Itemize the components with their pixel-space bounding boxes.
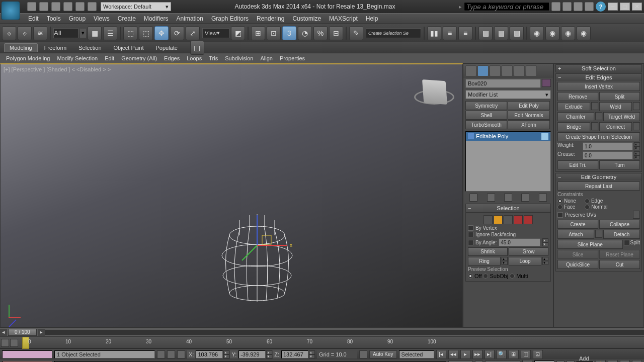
panel-poly-modeling[interactable]: Polygon Modeling [3, 55, 53, 62]
by-vertex-checkbox[interactable] [468, 225, 473, 231]
stack-expand-icon[interactable] [468, 133, 474, 139]
render-icon[interactable]: ◉ [561, 26, 575, 40]
select-name-icon[interactable]: ☰ [103, 26, 117, 40]
slider-prev-icon[interactable]: ◂ [0, 329, 7, 336]
render-setup-icon[interactable]: ◉ [530, 26, 544, 40]
tab-selection[interactable]: Selection [73, 43, 107, 52]
use-center-icon[interactable]: ◩ [231, 26, 245, 40]
modify-tab-icon[interactable] [477, 65, 489, 76]
preset-turbosmooth-button[interactable]: TurboSmooth [465, 120, 507, 129]
panel-modify-selection[interactable]: Modify Selection [54, 55, 101, 62]
bind-space-icon[interactable]: ≋ [33, 26, 47, 40]
menu-create[interactable]: Create [114, 14, 140, 24]
auto-key-button[interactable]: Auto Key [369, 350, 397, 358]
grow-button[interactable]: Grow [509, 247, 548, 256]
menu-views[interactable]: Views [90, 14, 114, 24]
pin-stack-icon[interactable] [469, 194, 477, 202]
soft-selection-header[interactable]: Soft Selection [556, 65, 641, 72]
preset-shell-button[interactable]: Shell [465, 111, 507, 120]
select-link-icon[interactable]: ⟐ [2, 26, 16, 40]
redo-icon[interactable] [75, 2, 85, 11]
nav-max-icon[interactable]: ⊡ [632, 360, 642, 362]
panel-tris[interactable]: Tris [206, 55, 221, 62]
tab-freeform[interactable]: Freeform [39, 43, 72, 52]
time-slider[interactable]: ◂ 0 / 100 ▸ [0, 327, 644, 336]
preview-off-radio[interactable] [468, 274, 473, 279]
target-weld-button[interactable]: Target Weld [603, 112, 640, 121]
close-button[interactable]: ✕ [632, 3, 642, 11]
key-mode-icon[interactable]: ⊡ [267, 26, 281, 40]
new-icon[interactable] [27, 2, 36, 11]
extrude-settings-icon[interactable] [591, 102, 598, 110]
signin-icon[interactable] [562, 2, 572, 11]
tab-object-paint[interactable]: Object Paint [108, 43, 149, 52]
viewport[interactable]: [+] [Perspective ] [Shaded ] < <Disabled… [0, 63, 463, 327]
nav-fov-icon[interactable]: ◫ [521, 350, 531, 359]
slider-thumb[interactable]: 0 / 100 [8, 329, 37, 336]
connect-settings-icon[interactable] [633, 122, 640, 130]
quickslice-button[interactable]: QuickSlice [557, 260, 598, 269]
motion-tab-icon[interactable] [502, 65, 513, 76]
selection-filter-dropdown[interactable] [53, 28, 78, 38]
crease-field[interactable]: 0.0 [583, 151, 633, 159]
isolate-icon[interactable] [167, 350, 175, 358]
mirror-icon[interactable]: ▮▮ [427, 26, 441, 40]
minimize-button[interactable]: – [608, 3, 618, 11]
x-coord-field[interactable]: 103.796 [196, 350, 223, 358]
select-region-icon[interactable]: ⬚ [123, 26, 137, 40]
border-subobj-icon[interactable] [504, 215, 513, 224]
preset-xform-button[interactable]: XForm [508, 120, 549, 129]
by-angle-field[interactable]: 45.0 [499, 238, 540, 246]
element-subobj-icon[interactable] [524, 215, 533, 224]
weld-settings-icon[interactable] [633, 102, 640, 110]
z-coord-field[interactable]: 132.467 [281, 350, 308, 358]
polygon-subobj-icon[interactable] [514, 215, 523, 224]
detach-button[interactable]: Detach [603, 230, 640, 239]
create-tab-icon[interactable] [465, 65, 476, 76]
track-bar[interactable]: 0102030405060708090100 [0, 336, 644, 348]
select-scale-icon[interactable]: ⤢ [186, 26, 200, 40]
by-angle-checkbox[interactable] [468, 240, 473, 245]
tab-populate[interactable]: Populate [150, 43, 183, 52]
slice-plane-button[interactable]: Slice Plane [557, 240, 623, 249]
cut-button[interactable]: Cut [599, 260, 640, 269]
stack-editable-poly[interactable]: Editable Poly [466, 132, 550, 141]
tab-modeling[interactable]: Modeling [4, 43, 38, 52]
save-icon[interactable] [51, 2, 60, 11]
schematic-icon[interactable]: ▤ [494, 26, 508, 40]
slider-next-icon[interactable]: ▸ [38, 329, 45, 336]
selection-rollout-header[interactable]: Selection [466, 204, 550, 213]
goto-end-icon[interactable]: ▸| [485, 350, 495, 359]
constraint-none-radio[interactable] [557, 199, 562, 204]
nav-zoom-icon[interactable]: 🔍 [497, 350, 507, 359]
preserve-uvs-settings-icon[interactable] [633, 211, 640, 219]
ref-coord-dropdown[interactable]: View▾ [202, 28, 229, 38]
select-rotate-icon[interactable]: ⟳ [170, 26, 184, 40]
trackbar-filter-icon[interactable] [10, 339, 18, 347]
nav-zoom-all-icon[interactable]: ⊞ [509, 350, 519, 359]
workspace-dropdown[interactable]: Workspace: Default [101, 2, 171, 11]
maximize-button[interactable]: □ [620, 3, 630, 11]
repeat-last-button[interactable]: Repeat Last [557, 182, 640, 191]
menu-rendering[interactable]: Rendering [253, 14, 288, 24]
config-sets-icon[interactable] [539, 194, 547, 202]
trackbar-mode-icon[interactable] [1, 339, 9, 347]
edit-edges-header[interactable]: Edit Edges [556, 74, 641, 81]
turn-button[interactable]: Turn [599, 160, 640, 169]
create-shape-button[interactable]: Create Shape From Selection [557, 132, 640, 141]
menu-maxscript[interactable]: MAXScript [325, 14, 362, 24]
sel-lock-icon[interactable] [177, 350, 185, 358]
spinner-snap-icon[interactable]: ⊟ [329, 26, 343, 40]
open-icon[interactable] [39, 2, 48, 11]
chamfer-button[interactable]: Chamfer [557, 112, 594, 121]
nav-orbit-icon[interactable]: ⟲ [608, 360, 618, 362]
y-coord-field[interactable]: -39.929 [238, 350, 266, 358]
chamfer-settings-icon[interactable] [595, 112, 602, 120]
info-arrow-icon[interactable]: ▸ [459, 4, 462, 10]
goto-start-icon[interactable]: |◂ [436, 350, 446, 359]
comm-center-icon[interactable] [359, 350, 367, 358]
favorites-icon[interactable] [585, 2, 594, 11]
modifier-stack[interactable]: Editable Poly [465, 131, 551, 192]
panel-properties[interactable]: Properties [277, 55, 308, 62]
vertex-subobj-icon[interactable] [484, 215, 493, 224]
